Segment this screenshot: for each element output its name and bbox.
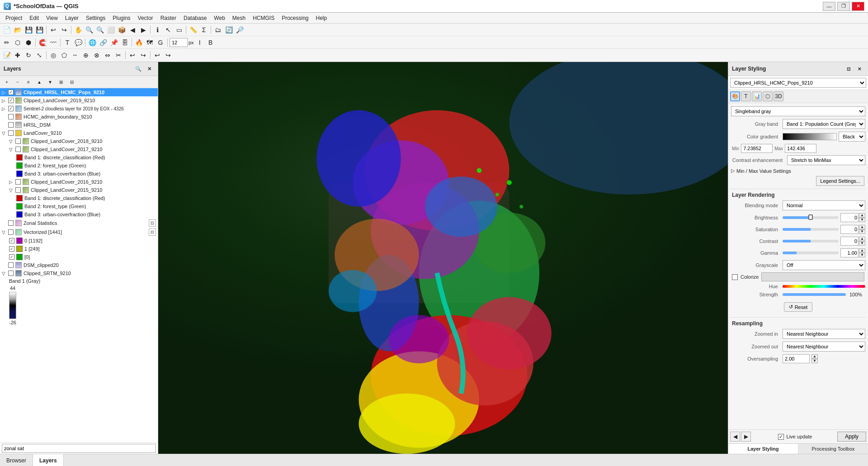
menu-settings[interactable]: Settings	[82, 14, 109, 22]
search-input[interactable]	[2, 444, 156, 453]
minimize-button[interactable]: —	[823, 2, 835, 11]
digitize-btn[interactable]: ✏	[2, 38, 12, 48]
gamma-up[interactable]: ▲	[859, 248, 865, 253]
annotation-btn[interactable]: 💬	[73, 38, 83, 48]
layer-item[interactable]: Zonal Statistics ⊡	[0, 219, 158, 228]
menu-project[interactable]: Project	[2, 14, 26, 22]
vertex-btn[interactable]: ⬢	[24, 38, 33, 48]
legend-settings-btn[interactable]: Legend Settings...	[816, 176, 864, 186]
layer-checkbox[interactable]	[8, 229, 14, 235]
gamma-down[interactable]: ▼	[859, 253, 865, 257]
oversampling-input[interactable]	[783, 354, 810, 363]
node-btn[interactable]: ⬡	[13, 38, 23, 48]
close-styling-icon[interactable]: ✕	[854, 64, 864, 74]
gamma-input[interactable]	[840, 248, 859, 257]
save-btn[interactable]: 💾	[24, 25, 33, 35]
layers-btn[interactable]: 🗂	[213, 25, 223, 35]
brightness-down[interactable]: ▼	[859, 218, 865, 222]
zoom-prev-btn[interactable]: ◀	[127, 25, 137, 35]
undo-btn[interactable]: ↩	[48, 25, 58, 35]
menu-processing[interactable]: Processing	[278, 14, 312, 22]
menu-plugins[interactable]: Plugins	[109, 14, 134, 22]
contrast-input[interactable]	[840, 237, 859, 246]
layer-item[interactable]: ▽ Clipped_SRTM_9210	[0, 269, 158, 277]
saturation-slider[interactable]	[783, 228, 839, 231]
brightness-slider[interactable]	[783, 216, 839, 219]
zoomed-out-dropdown[interactable]: Nearest Neighbour	[783, 342, 865, 352]
style-redo-btn[interactable]: ▶	[741, 432, 751, 442]
add-wms-btn[interactable]: 🌐	[87, 38, 97, 48]
layer-checkbox[interactable]	[8, 130, 14, 136]
pan-btn[interactable]: ✋	[73, 25, 83, 35]
menu-layer[interactable]: Layer	[61, 14, 82, 22]
gray-band-dropdown[interactable]: Band 1: Population Count (Gray)	[783, 119, 865, 129]
font-size-input[interactable]	[170, 38, 188, 47]
layer-checkbox[interactable]: ✓	[9, 246, 14, 252]
move-up-btn[interactable]: ▲	[34, 77, 44, 87]
digitize2-btn[interactable]: 📝	[2, 50, 12, 60]
restore-button[interactable]: ❐	[837, 2, 850, 11]
georef-btn[interactable]: 📌	[109, 38, 119, 48]
blending-dropdown[interactable]: Normal	[783, 200, 865, 210]
add-layer-btn[interactable]: +	[2, 77, 12, 87]
tab-processing-toolbox[interactable]: Processing Toolbox	[798, 444, 868, 454]
saturation-down[interactable]: ▼	[859, 229, 865, 234]
menu-edit[interactable]: Edit	[26, 14, 42, 22]
layer-checkbox[interactable]	[8, 271, 14, 276]
menu-web[interactable]: Web	[210, 14, 228, 22]
label-btn[interactable]: T	[62, 38, 72, 48]
remove-layer-btn[interactable]: −	[13, 77, 23, 87]
new-project-btn[interactable]: 📄	[2, 25, 12, 35]
layer-item[interactable]: ▽ Clipped_LandCover_2017_9210	[0, 145, 158, 153]
refresh-btn[interactable]: 🔄	[224, 25, 234, 35]
layer-item[interactable]: ▷ ✓ Sentinel-2 cloudless layer for 2019 …	[0, 105, 158, 113]
select-btn[interactable]: ↖	[163, 25, 173, 35]
redo3-btn[interactable]: ↪	[163, 50, 173, 60]
close-button[interactable]: ✕	[852, 2, 864, 11]
gamma-slider[interactable]	[783, 252, 839, 254]
layer-checkbox[interactable]: ✓	[8, 98, 14, 103]
menu-hcmgis[interactable]: HCMGIS	[249, 14, 278, 22]
layer-item[interactable]: ▷ ✓ Clipped_HRSL_HCMC_Pops_9210	[0, 88, 158, 96]
redo-btn[interactable]: ↪	[59, 25, 69, 35]
layer-checkbox[interactable]	[8, 122, 14, 128]
merge-btn[interactable]: ⊕	[81, 50, 91, 60]
layer-item[interactable]: ▷ ✓ Clipped_LandCover_2019_9210	[0, 96, 158, 105]
renderer-dropdown[interactable]: Singleband gray	[731, 106, 865, 116]
label-icon[interactable]: T	[741, 91, 751, 101]
measure-btn[interactable]: 📏	[188, 25, 198, 35]
redo2-btn[interactable]: ↪	[138, 50, 148, 60]
layer-item[interactable]: DSM_clipped20	[0, 261, 158, 269]
strength-slider[interactable]	[783, 293, 846, 296]
layer-checkbox[interactable]	[8, 220, 14, 226]
menu-vector[interactable]: Vector	[134, 14, 157, 22]
layer-selector-dropdown[interactable]: Clipped_HRSL_HCMC_Pops_9210	[730, 78, 866, 88]
layers-close-icon[interactable]: ✕	[144, 64, 154, 74]
brightness-up[interactable]: ▲	[859, 213, 865, 218]
paint-icon[interactable]: 🎨	[730, 91, 740, 101]
apply-btn[interactable]: Apply	[837, 432, 866, 442]
zoom-next-btn[interactable]: ▶	[138, 25, 148, 35]
osm-btn[interactable]: 🗺	[145, 38, 155, 48]
open-attr-btn[interactable]: ≡	[24, 77, 33, 87]
min-max-settings-row[interactable]: ▷ Min / Max Value Settings	[730, 166, 866, 175]
tab-layers[interactable]: Layers	[33, 454, 64, 466]
zoom-full-btn[interactable]: ⬜	[106, 25, 116, 35]
italic-btn[interactable]: I	[195, 38, 205, 48]
add-wfs-btn[interactable]: 🔗	[98, 38, 108, 48]
hue-slider[interactable]	[783, 285, 865, 288]
zoom-out-btn[interactable]: 🔍	[95, 25, 105, 35]
identify-btn[interactable]: ℹ	[152, 25, 162, 35]
save-as-btn[interactable]: 💾	[34, 25, 44, 35]
heatmap-btn[interactable]: 🔥	[134, 38, 144, 48]
open-project-btn[interactable]: 📂	[13, 25, 23, 35]
contrast-slider[interactable]	[783, 240, 839, 243]
zoom-in-btn[interactable]: 🔍	[84, 25, 94, 35]
live-update-checkbox[interactable]: ✓	[778, 434, 784, 440]
calculator-btn[interactable]: Σ	[199, 25, 209, 35]
map-area[interactable]	[158, 62, 728, 454]
select-rect-btn[interactable]: ▭	[174, 25, 184, 35]
simplify-btn[interactable]: ～	[70, 50, 80, 60]
layer-item[interactable]: ▽ LandCover_9210	[0, 129, 158, 137]
contrast-dropdown[interactable]: Stretch to MinMax	[787, 155, 865, 165]
